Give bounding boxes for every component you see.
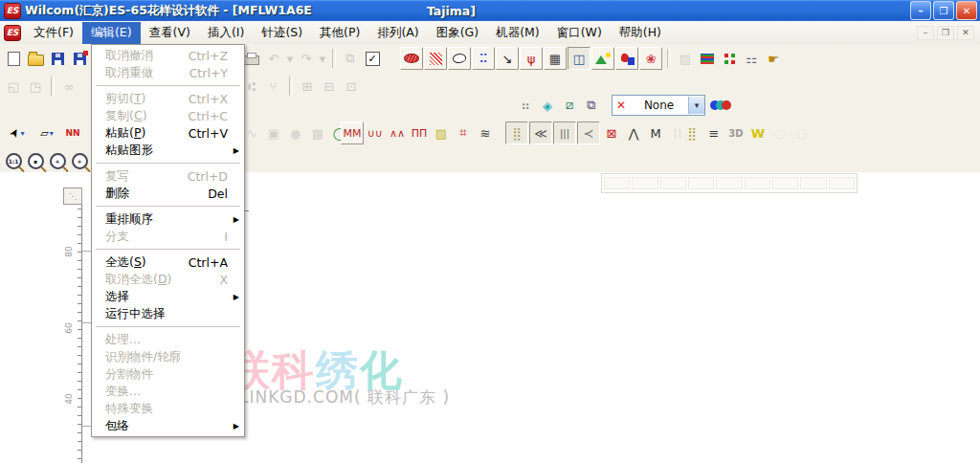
edit-menu-item[interactable]: 粘贴(P)Ctrl+V bbox=[93, 124, 243, 142]
align-selection-icon: ⊞ bbox=[297, 76, 318, 97]
show-image-icon[interactable] bbox=[591, 47, 614, 70]
menu-machine[interactable]: 机器(M) bbox=[487, 22, 548, 44]
feather-left-effect-icon[interactable]: ≪ bbox=[529, 121, 552, 144]
line-spacing-icon[interactable]: ≡ bbox=[703, 122, 724, 143]
wave-dense-effect-icon[interactable]: Μ bbox=[645, 122, 666, 143]
mirror-diagonal-icon[interactable]: ⧄ bbox=[559, 95, 580, 116]
toolbar-separator bbox=[289, 77, 293, 96]
doc-minimize-button[interactable]: – bbox=[917, 26, 934, 40]
dot-fill-effect-icon[interactable]: ⣿ bbox=[505, 121, 528, 144]
undo-icon: ↶ bbox=[263, 48, 284, 69]
menu-separator bbox=[96, 326, 240, 327]
new-document-icon[interactable] bbox=[3, 48, 24, 69]
edit-menu-item[interactable]: 全选(S)Ctrl+A bbox=[93, 254, 243, 271]
edit-menu-item[interactable]: 包络▶ bbox=[93, 417, 243, 434]
save-as-icon[interactable] bbox=[69, 48, 90, 69]
motif-run-icon[interactable]: ∪∪ bbox=[365, 122, 386, 143]
thread-colors-icon[interactable] bbox=[697, 48, 718, 69]
wave-effect-icon[interactable]: W bbox=[747, 122, 768, 143]
stitch-hatch-view-icon[interactable] bbox=[424, 47, 447, 70]
doc-restore-button[interactable]: ❐ bbox=[937, 26, 954, 40]
menu-window[interactable]: 窗口(W) bbox=[548, 22, 611, 44]
window-title-document: Tajima] bbox=[427, 4, 476, 18]
menu-item-label: 处理... bbox=[105, 332, 141, 348]
submenu-arrow-icon: ▶ bbox=[234, 146, 239, 155]
menu-item-label: 选择 bbox=[105, 289, 129, 305]
texture-fill-icon[interactable]: ⣿ bbox=[681, 122, 702, 143]
color-chart-icon[interactable] bbox=[719, 48, 740, 69]
restore-button[interactable]: ❐ bbox=[933, 1, 954, 20]
zoom-to-fit-icon[interactable]: ▪ bbox=[25, 150, 46, 171]
edit-menu-item[interactable]: 删除Del bbox=[93, 185, 243, 202]
satin-fill-icon[interactable]: ΜΜ bbox=[341, 121, 364, 144]
show-design-icon[interactable]: ❀ bbox=[639, 47, 662, 70]
select-nodes-icon[interactable]: ⠶ bbox=[515, 95, 536, 116]
needle-points-view-icon[interactable]: ⠭ bbox=[472, 47, 495, 70]
toolbar-group-tb1_c: ⠭↘ψ▦◫❀▨⚏☛ bbox=[400, 46, 785, 71]
ripple-fill-icon[interactable]: ≋ bbox=[475, 122, 496, 143]
zoom-1to1-icon[interactable]: 1:1 bbox=[3, 150, 24, 171]
stitch-effect-select[interactable]: ✕ None ▾ bbox=[612, 95, 705, 116]
edit-menu-item[interactable]: 运行中选择 bbox=[93, 305, 243, 322]
chevron-down-icon[interactable]: ▾ bbox=[688, 97, 704, 114]
menu-arrange[interactable]: 排列(A) bbox=[368, 22, 427, 44]
menu-image[interactable]: 图象(G) bbox=[428, 22, 487, 44]
reshape-object-icon[interactable]: ◈ bbox=[537, 95, 558, 116]
close-button[interactable]: ✕ bbox=[956, 1, 977, 20]
select-tool-icon[interactable]: ➤▾ bbox=[3, 122, 32, 143]
stitch-angle-icon[interactable]: ↘ bbox=[496, 47, 519, 70]
menu-item-label: 取消全选(D) bbox=[105, 272, 171, 288]
ruler-grid-icon[interactable]: ◫ bbox=[568, 47, 590, 70]
minimize-button[interactable]: – bbox=[910, 1, 931, 20]
menu-others[interactable]: 其他(P) bbox=[311, 22, 368, 44]
duplicate-nodes-icon[interactable]: ⧉ bbox=[581, 95, 602, 116]
reshape-tool-icon[interactable]: ▱▾ bbox=[33, 122, 61, 143]
edit-menu-item[interactable]: 选择▶ bbox=[93, 288, 243, 305]
lattice-effect-icon[interactable]: ⊠ bbox=[601, 122, 622, 143]
zoom-in-icon[interactable]: + bbox=[69, 150, 90, 171]
menu-item-label: 运行中选择 bbox=[105, 306, 166, 322]
needle-penetration-icon[interactable]: ψ bbox=[520, 47, 543, 70]
menu-view[interactable]: 查看(V) bbox=[141, 22, 199, 44]
menu-stitch[interactable]: 针迹(S) bbox=[253, 22, 311, 44]
dense-stitch-effect-icon[interactable]: ||| bbox=[553, 121, 576, 144]
design-properties-icon[interactable]: ☛ bbox=[763, 48, 784, 69]
edit-menu-item: 识别物件/轮廓 bbox=[93, 348, 243, 365]
menu-help[interactable]: 帮助(H) bbox=[611, 22, 670, 44]
zigzag-stitch-icon[interactable]: ∧∧ bbox=[387, 122, 408, 143]
toolbar-group-tb3_b: ∿▣●▩◯ bbox=[241, 121, 351, 145]
edit-menu-item: 剪切(T)Ctrl+X bbox=[93, 90, 243, 107]
edit-menu-item[interactable]: 粘贴图形▶ bbox=[93, 142, 243, 159]
link-objects-icon: ∞ bbox=[58, 76, 79, 97]
menu-edit[interactable]: 编辑(E) bbox=[82, 22, 141, 44]
doc-close-button[interactable]: ✕ bbox=[957, 26, 974, 40]
color-palette-icon[interactable] bbox=[710, 100, 731, 110]
three-d-effect-icon[interactable]: 3D bbox=[725, 122, 746, 143]
menu-item-label: 特殊变换 bbox=[105, 401, 153, 417]
toolbar-separator bbox=[667, 49, 671, 68]
thread-chart-icon[interactable]: ⚏ bbox=[741, 48, 762, 69]
satin-stitch-view-icon[interactable] bbox=[400, 47, 423, 70]
center-selection-icon: ⊡ bbox=[341, 76, 362, 97]
outline-view-icon[interactable] bbox=[448, 47, 471, 70]
branch-effect-icon[interactable]: ⋀ bbox=[623, 122, 644, 143]
e-stitch-icon[interactable]: ΠΠ bbox=[409, 122, 430, 143]
lattice-fill-icon[interactable]: ⌗ bbox=[453, 122, 474, 143]
show-objects-icon[interactable] bbox=[615, 47, 638, 70]
submenu-arrow-icon: ▶ bbox=[234, 422, 239, 430]
tatami-fill-icon[interactable]: ▨ bbox=[431, 122, 452, 143]
menu-insert[interactable]: 插入(I) bbox=[199, 22, 253, 44]
edit-menu-item[interactable]: 重排顺序▶ bbox=[93, 210, 243, 228]
grid-toggle-icon[interactable]: ▦ bbox=[544, 47, 567, 70]
feather-right-effect-icon[interactable]: ≺ bbox=[577, 121, 600, 144]
ruler-label: 40 bbox=[64, 393, 74, 404]
open-file-icon[interactable] bbox=[25, 48, 46, 69]
zoom-box-icon[interactable]: + bbox=[47, 150, 68, 171]
design-check-icon[interactable]: ✓ bbox=[362, 48, 383, 69]
undo-options-icon: ▾ bbox=[285, 48, 295, 69]
save-icon[interactable] bbox=[47, 48, 68, 69]
menu-file[interactable]: 文件(F) bbox=[25, 22, 82, 44]
measure-tool-icon[interactable]: NN bbox=[62, 122, 83, 143]
toolbar-group-tb2_a: ◱◳∞ bbox=[3, 74, 80, 99]
redo-icon: ↷ bbox=[296, 48, 317, 69]
